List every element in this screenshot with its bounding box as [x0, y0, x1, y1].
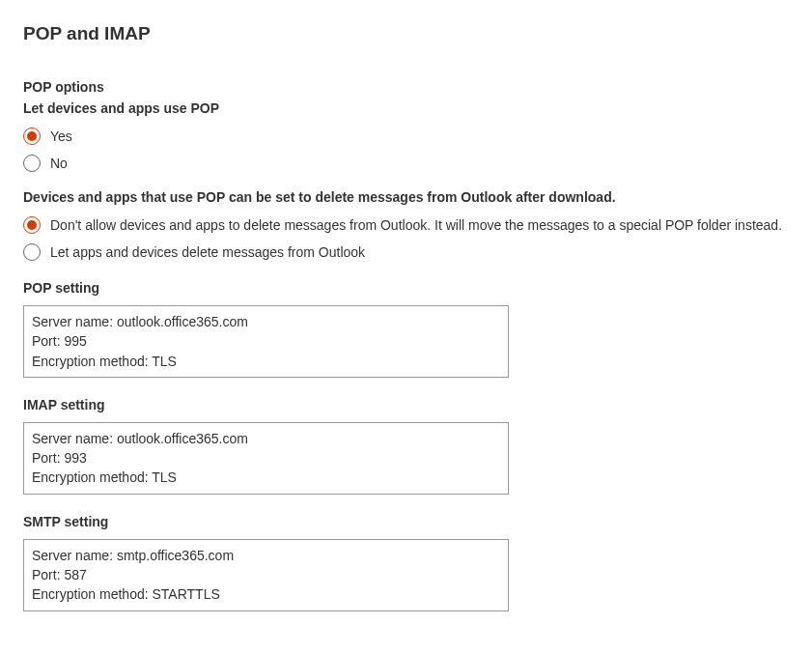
pop-setting-box: Server name: outlook.office365.com Port:…: [23, 305, 509, 378]
imap-setting-box: Server name: outlook.office365.com Port:…: [23, 422, 509, 495]
page-title: POP and IMAP: [23, 23, 812, 44]
delete-label: Devices and apps that use POP can be set…: [23, 189, 812, 205]
pop-options-heading: POP options: [23, 79, 812, 95]
pop-encryption-line: Encryption method: TLS: [32, 352, 500, 371]
radio-use-pop-no[interactable]: No: [23, 155, 812, 172]
smtp-setting-heading: SMTP setting: [23, 514, 812, 529]
radio-icon: [23, 243, 41, 261]
radio-label-yes: Yes: [50, 128, 72, 144]
delete-radio-group: Don't allow devices and apps to delete m…: [23, 216, 812, 261]
radio-icon: [23, 155, 41, 172]
pop-setting-heading: POP setting: [23, 280, 812, 296]
imap-setting-heading: IMAP setting: [23, 397, 812, 412]
imap-encryption-line: Encryption method: TLS: [32, 468, 500, 487]
smtp-setting-box: Server name: smtp.office365.com Port: 58…: [23, 539, 509, 611]
use-pop-label: Let devices and apps use POP: [23, 100, 812, 116]
radio-delete-dont[interactable]: Don't allow devices and apps to delete m…: [23, 216, 812, 234]
smtp-port-line: Port: 587: [32, 565, 500, 584]
radio-label-allow: Let apps and devices delete messages fro…: [50, 244, 365, 260]
smtp-encryption-line: Encryption method: STARTTLS: [32, 584, 500, 604]
pop-server-line: Server name: outlook.office365.com: [32, 312, 500, 331]
radio-icon: [23, 216, 41, 234]
radio-delete-allow[interactable]: Let apps and devices delete messages fro…: [23, 243, 812, 261]
radio-label-no: No: [50, 156, 68, 171]
radio-use-pop-yes[interactable]: Yes: [23, 128, 812, 145]
imap-port-line: Port: 993: [32, 448, 500, 468]
radio-icon: [23, 128, 41, 145]
use-pop-radio-group: Yes No: [23, 128, 812, 172]
smtp-server-line: Server name: smtp.office365.com: [32, 546, 500, 565]
radio-label-dont: Don't allow devices and apps to delete m…: [50, 217, 782, 233]
imap-server-line: Server name: outlook.office365.com: [32, 429, 500, 448]
pop-port-line: Port: 995: [32, 331, 500, 351]
